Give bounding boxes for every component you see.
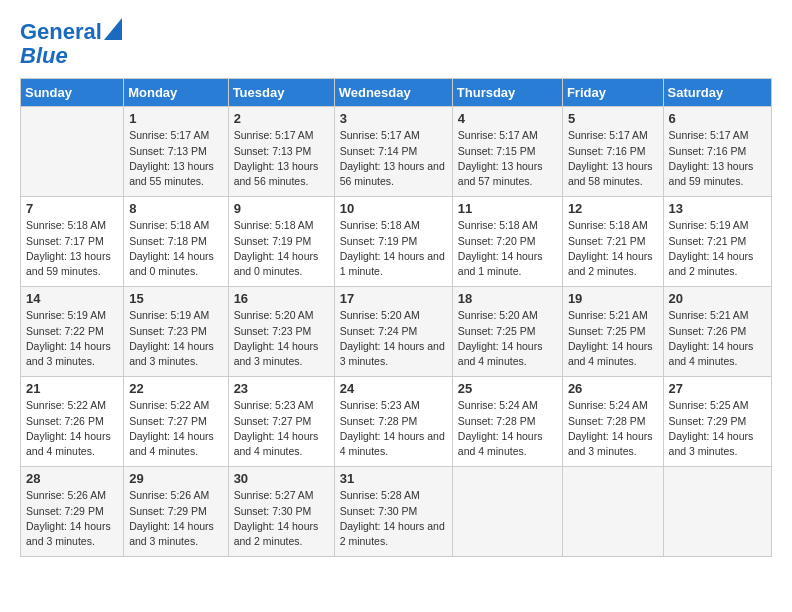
day-number: 9 bbox=[234, 201, 329, 216]
logo-text-general: General bbox=[20, 20, 102, 44]
day-info: Sunrise: 5:19 AMSunset: 7:23 PMDaylight:… bbox=[129, 308, 222, 369]
day-cell bbox=[562, 467, 663, 557]
calendar-header: SundayMondayTuesdayWednesdayThursdayFrid… bbox=[21, 79, 772, 107]
day-cell: 26Sunrise: 5:24 AMSunset: 7:28 PMDayligh… bbox=[562, 377, 663, 467]
day-number: 29 bbox=[129, 471, 222, 486]
header-friday: Friday bbox=[562, 79, 663, 107]
page-header: General Blue bbox=[20, 20, 772, 68]
header-saturday: Saturday bbox=[663, 79, 771, 107]
day-cell bbox=[663, 467, 771, 557]
day-cell: 24Sunrise: 5:23 AMSunset: 7:28 PMDayligh… bbox=[334, 377, 452, 467]
day-info: Sunrise: 5:18 AMSunset: 7:19 PMDaylight:… bbox=[234, 218, 329, 279]
day-number: 26 bbox=[568, 381, 658, 396]
day-info: Sunrise: 5:28 AMSunset: 7:30 PMDaylight:… bbox=[340, 488, 447, 549]
day-number: 22 bbox=[129, 381, 222, 396]
day-info: Sunrise: 5:18 AMSunset: 7:21 PMDaylight:… bbox=[568, 218, 658, 279]
day-info: Sunrise: 5:17 AMSunset: 7:15 PMDaylight:… bbox=[458, 128, 557, 189]
day-info: Sunrise: 5:23 AMSunset: 7:28 PMDaylight:… bbox=[340, 398, 447, 459]
logo-text-blue: Blue bbox=[20, 44, 68, 68]
day-cell: 13Sunrise: 5:19 AMSunset: 7:21 PMDayligh… bbox=[663, 197, 771, 287]
day-number: 18 bbox=[458, 291, 557, 306]
header-row: SundayMondayTuesdayWednesdayThursdayFrid… bbox=[21, 79, 772, 107]
day-info: Sunrise: 5:17 AMSunset: 7:16 PMDaylight:… bbox=[669, 128, 766, 189]
day-number: 28 bbox=[26, 471, 118, 486]
day-info: Sunrise: 5:24 AMSunset: 7:28 PMDaylight:… bbox=[458, 398, 557, 459]
day-number: 30 bbox=[234, 471, 329, 486]
day-number: 2 bbox=[234, 111, 329, 126]
day-info: Sunrise: 5:17 AMSunset: 7:13 PMDaylight:… bbox=[129, 128, 222, 189]
day-cell bbox=[21, 107, 124, 197]
day-info: Sunrise: 5:25 AMSunset: 7:29 PMDaylight:… bbox=[669, 398, 766, 459]
day-info: Sunrise: 5:22 AMSunset: 7:27 PMDaylight:… bbox=[129, 398, 222, 459]
day-info: Sunrise: 5:20 AMSunset: 7:24 PMDaylight:… bbox=[340, 308, 447, 369]
day-info: Sunrise: 5:18 AMSunset: 7:18 PMDaylight:… bbox=[129, 218, 222, 279]
day-cell: 15Sunrise: 5:19 AMSunset: 7:23 PMDayligh… bbox=[124, 287, 228, 377]
day-cell: 10Sunrise: 5:18 AMSunset: 7:19 PMDayligh… bbox=[334, 197, 452, 287]
day-number: 3 bbox=[340, 111, 447, 126]
day-cell: 2Sunrise: 5:17 AMSunset: 7:13 PMDaylight… bbox=[228, 107, 334, 197]
day-cell bbox=[452, 467, 562, 557]
calendar-body: 1Sunrise: 5:17 AMSunset: 7:13 PMDaylight… bbox=[21, 107, 772, 557]
day-info: Sunrise: 5:18 AMSunset: 7:20 PMDaylight:… bbox=[458, 218, 557, 279]
day-cell: 17Sunrise: 5:20 AMSunset: 7:24 PMDayligh… bbox=[334, 287, 452, 377]
day-info: Sunrise: 5:19 AMSunset: 7:21 PMDaylight:… bbox=[669, 218, 766, 279]
day-info: Sunrise: 5:24 AMSunset: 7:28 PMDaylight:… bbox=[568, 398, 658, 459]
day-number: 17 bbox=[340, 291, 447, 306]
day-info: Sunrise: 5:17 AMSunset: 7:16 PMDaylight:… bbox=[568, 128, 658, 189]
day-cell: 6Sunrise: 5:17 AMSunset: 7:16 PMDaylight… bbox=[663, 107, 771, 197]
day-info: Sunrise: 5:27 AMSunset: 7:30 PMDaylight:… bbox=[234, 488, 329, 549]
day-number: 31 bbox=[340, 471, 447, 486]
day-info: Sunrise: 5:26 AMSunset: 7:29 PMDaylight:… bbox=[26, 488, 118, 549]
day-number: 20 bbox=[669, 291, 766, 306]
day-number: 25 bbox=[458, 381, 557, 396]
calendar-table: SundayMondayTuesdayWednesdayThursdayFrid… bbox=[20, 78, 772, 557]
day-cell: 12Sunrise: 5:18 AMSunset: 7:21 PMDayligh… bbox=[562, 197, 663, 287]
day-info: Sunrise: 5:20 AMSunset: 7:23 PMDaylight:… bbox=[234, 308, 329, 369]
logo-icon bbox=[104, 18, 122, 40]
day-cell: 1Sunrise: 5:17 AMSunset: 7:13 PMDaylight… bbox=[124, 107, 228, 197]
week-row-2: 14Sunrise: 5:19 AMSunset: 7:22 PMDayligh… bbox=[21, 287, 772, 377]
day-cell: 7Sunrise: 5:18 AMSunset: 7:17 PMDaylight… bbox=[21, 197, 124, 287]
day-cell: 20Sunrise: 5:21 AMSunset: 7:26 PMDayligh… bbox=[663, 287, 771, 377]
day-number: 19 bbox=[568, 291, 658, 306]
day-number: 11 bbox=[458, 201, 557, 216]
day-info: Sunrise: 5:18 AMSunset: 7:17 PMDaylight:… bbox=[26, 218, 118, 279]
day-cell: 30Sunrise: 5:27 AMSunset: 7:30 PMDayligh… bbox=[228, 467, 334, 557]
day-info: Sunrise: 5:17 AMSunset: 7:14 PMDaylight:… bbox=[340, 128, 447, 189]
day-cell: 29Sunrise: 5:26 AMSunset: 7:29 PMDayligh… bbox=[124, 467, 228, 557]
day-cell: 9Sunrise: 5:18 AMSunset: 7:19 PMDaylight… bbox=[228, 197, 334, 287]
day-cell: 5Sunrise: 5:17 AMSunset: 7:16 PMDaylight… bbox=[562, 107, 663, 197]
header-wednesday: Wednesday bbox=[334, 79, 452, 107]
day-info: Sunrise: 5:22 AMSunset: 7:26 PMDaylight:… bbox=[26, 398, 118, 459]
logo: General Blue bbox=[20, 20, 122, 68]
day-number: 12 bbox=[568, 201, 658, 216]
day-info: Sunrise: 5:26 AMSunset: 7:29 PMDaylight:… bbox=[129, 488, 222, 549]
week-row-3: 21Sunrise: 5:22 AMSunset: 7:26 PMDayligh… bbox=[21, 377, 772, 467]
day-cell: 11Sunrise: 5:18 AMSunset: 7:20 PMDayligh… bbox=[452, 197, 562, 287]
svg-marker-0 bbox=[104, 18, 122, 40]
day-number: 15 bbox=[129, 291, 222, 306]
day-info: Sunrise: 5:20 AMSunset: 7:25 PMDaylight:… bbox=[458, 308, 557, 369]
day-number: 24 bbox=[340, 381, 447, 396]
day-cell: 21Sunrise: 5:22 AMSunset: 7:26 PMDayligh… bbox=[21, 377, 124, 467]
day-cell: 4Sunrise: 5:17 AMSunset: 7:15 PMDaylight… bbox=[452, 107, 562, 197]
day-number: 8 bbox=[129, 201, 222, 216]
day-number: 1 bbox=[129, 111, 222, 126]
day-number: 6 bbox=[669, 111, 766, 126]
day-info: Sunrise: 5:21 AMSunset: 7:26 PMDaylight:… bbox=[669, 308, 766, 369]
day-number: 7 bbox=[26, 201, 118, 216]
day-cell: 28Sunrise: 5:26 AMSunset: 7:29 PMDayligh… bbox=[21, 467, 124, 557]
week-row-4: 28Sunrise: 5:26 AMSunset: 7:29 PMDayligh… bbox=[21, 467, 772, 557]
header-thursday: Thursday bbox=[452, 79, 562, 107]
day-cell: 19Sunrise: 5:21 AMSunset: 7:25 PMDayligh… bbox=[562, 287, 663, 377]
day-cell: 18Sunrise: 5:20 AMSunset: 7:25 PMDayligh… bbox=[452, 287, 562, 377]
day-number: 23 bbox=[234, 381, 329, 396]
day-cell: 8Sunrise: 5:18 AMSunset: 7:18 PMDaylight… bbox=[124, 197, 228, 287]
day-info: Sunrise: 5:17 AMSunset: 7:13 PMDaylight:… bbox=[234, 128, 329, 189]
week-row-1: 7Sunrise: 5:18 AMSunset: 7:17 PMDaylight… bbox=[21, 197, 772, 287]
day-number: 10 bbox=[340, 201, 447, 216]
day-number: 13 bbox=[669, 201, 766, 216]
day-cell: 23Sunrise: 5:23 AMSunset: 7:27 PMDayligh… bbox=[228, 377, 334, 467]
day-number: 4 bbox=[458, 111, 557, 126]
day-cell: 3Sunrise: 5:17 AMSunset: 7:14 PMDaylight… bbox=[334, 107, 452, 197]
